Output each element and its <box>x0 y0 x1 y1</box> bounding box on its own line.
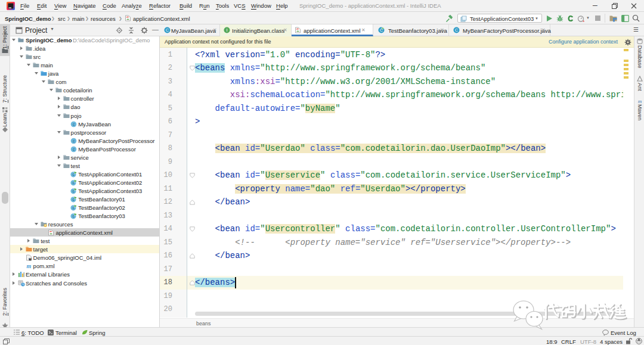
svg-text:m: m <box>638 98 642 104</box>
svg-text:I: I <box>226 27 227 33</box>
svg-text:m: m <box>26 263 31 269</box>
svg-text:C: C <box>166 27 169 33</box>
svg-text:C: C <box>455 27 459 33</box>
